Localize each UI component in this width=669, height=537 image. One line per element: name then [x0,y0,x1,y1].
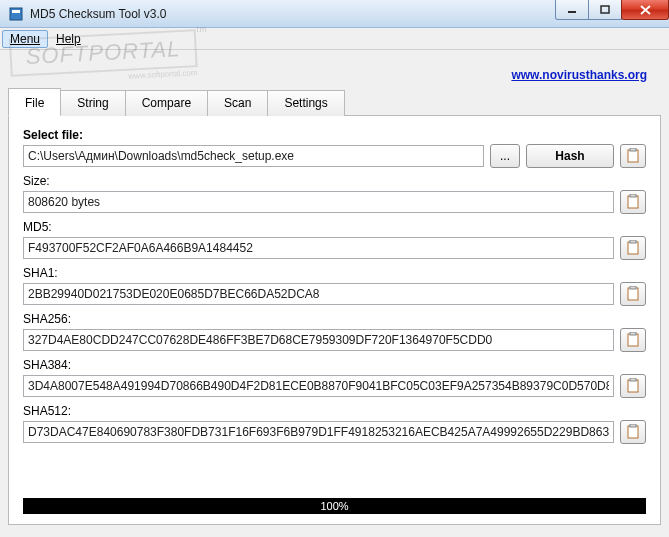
sha1-label: SHA1: [23,266,646,280]
tab-strip: File String Compare Scan Settings [8,88,661,116]
menu-help[interactable]: Help [48,30,89,48]
sha256-output[interactable] [23,329,614,351]
select-file-label: Select file: [23,128,646,142]
copy-sha384-button[interactable] [620,374,646,398]
svg-rect-6 [628,196,638,208]
menu-menu[interactable]: Menu [2,30,48,48]
size-label: Size: [23,174,646,188]
clipboard-icon [626,332,640,348]
clipboard-icon [626,240,640,256]
website-link[interactable]: www.novirusthanks.org [511,68,647,82]
window-controls [556,0,669,20]
svg-rect-16 [628,426,638,438]
svg-rect-2 [568,11,576,13]
hash-button[interactable]: Hash [526,144,614,168]
progress-text: 100% [320,500,348,512]
tab-string[interactable]: String [60,90,125,116]
svg-rect-10 [628,288,638,300]
close-button[interactable] [621,0,669,20]
clipboard-icon [626,194,640,210]
sha384-output[interactable] [23,375,614,397]
svg-rect-3 [601,6,609,13]
tab-settings[interactable]: Settings [267,90,344,116]
sha384-label: SHA384: [23,358,646,372]
copy-md5-button[interactable] [620,236,646,260]
svg-rect-13 [630,332,636,335]
sha512-label: SHA512: [23,404,646,418]
titlebar: MD5 Checksum Tool v3.0 [0,0,669,28]
svg-rect-4 [628,150,638,162]
svg-rect-8 [628,242,638,254]
minimize-button[interactable] [555,0,589,20]
window-title: MD5 Checksum Tool v3.0 [30,7,167,21]
browse-button[interactable]: ... [490,144,520,168]
file-path-input[interactable] [23,145,484,167]
maximize-button[interactable] [588,0,622,20]
menubar: Menu Help [0,28,669,50]
size-output[interactable] [23,191,614,213]
md5-output[interactable] [23,237,614,259]
paste-button[interactable] [620,144,646,168]
client-area: www.novirusthanks.org File String Compar… [0,50,669,537]
tab-compare[interactable]: Compare [125,90,208,116]
clipboard-icon [626,148,640,164]
sha512-output[interactable] [23,421,614,443]
svg-rect-0 [10,8,22,20]
link-area: www.novirusthanks.org [8,58,661,82]
svg-rect-12 [628,334,638,346]
sha1-output[interactable] [23,283,614,305]
copy-sha1-button[interactable] [620,282,646,306]
svg-rect-17 [630,424,636,427]
tab-file[interactable]: File [8,88,61,116]
svg-rect-15 [630,378,636,381]
sha256-label: SHA256: [23,312,646,326]
copy-sha512-button[interactable] [620,420,646,444]
svg-rect-7 [630,194,636,197]
tab-scan[interactable]: Scan [207,90,268,116]
progress-bar: 100% [23,498,646,514]
tab-body-file: Select file: ... Hash Size: [8,115,661,525]
copy-sha256-button[interactable] [620,328,646,352]
app-icon [8,6,24,22]
svg-rect-11 [630,286,636,289]
svg-rect-9 [630,240,636,243]
tab-control: File String Compare Scan Settings Select… [8,88,661,525]
svg-rect-5 [630,148,636,151]
clipboard-icon [626,424,640,440]
copy-size-button[interactable] [620,190,646,214]
clipboard-icon [626,286,640,302]
svg-rect-14 [628,380,638,392]
svg-rect-1 [12,10,20,13]
clipboard-icon [626,378,640,394]
md5-label: MD5: [23,220,646,234]
